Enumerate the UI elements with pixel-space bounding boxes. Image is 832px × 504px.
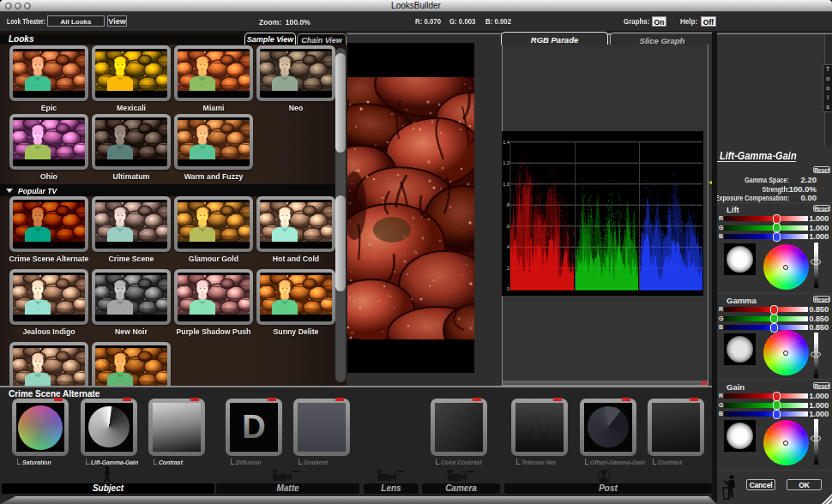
- svg-text:1.2: 1.2: [503, 160, 509, 165]
- svg-text:1.4: 1.4: [503, 140, 509, 145]
- svg-text:.8: .8: [505, 202, 509, 207]
- svg-text:.4: .4: [505, 244, 509, 249]
- svg-text:.6: .6: [505, 224, 509, 229]
- svg-text:1.0: 1.0: [503, 182, 509, 187]
- svg-text:0: 0: [507, 286, 509, 291]
- svg-text:N: N: [528, 408, 553, 446]
- svg-text:.2: .2: [505, 266, 509, 271]
- svg-text:D: D: [242, 409, 265, 445]
